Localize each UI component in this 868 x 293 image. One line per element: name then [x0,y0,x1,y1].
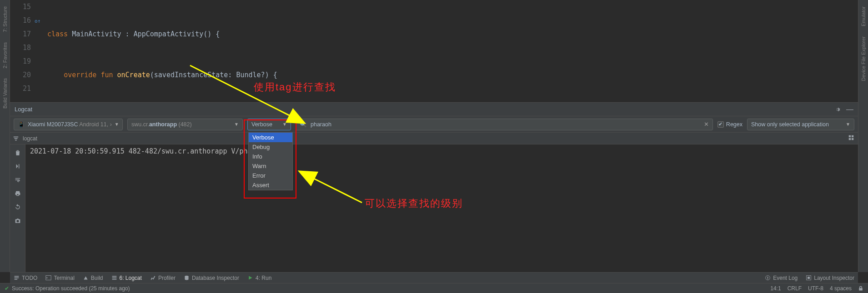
log-level-option[interactable]: Info [249,152,292,161]
run-tab[interactable]: 4: Run [247,275,271,281]
left-toolbar: 7: Structure 2: Favorites Build Variants [0,0,10,272]
event-log-tab[interactable]: Event Log [765,275,798,281]
line-number: 19 [10,55,31,68]
chevron-down-icon: ▼ [282,122,287,127]
code-line[interactable]: class MainActivity : AppCompatActivity()… [45,27,858,41]
favorites-tab[interactable]: 2: Favorites [1,40,9,71]
log-level-dropdown[interactable]: Verbose Debug Info Warn Error Assert [248,132,293,190]
svg-rect-5 [849,138,851,140]
chevron-down-icon: ▼ [234,122,239,127]
line-number: 15 [10,0,31,14]
filter-selector[interactable]: Show only selected application ▼ [747,119,854,130]
line-number: 18 [10,41,31,55]
log-level-option[interactable]: Warn [249,161,292,171]
camera-icon[interactable] [14,217,21,224]
code-editor[interactable]: 15 16 17 18 19 20 21 o↑ class MainActivi… [10,0,858,102]
log-level-option[interactable]: Assert [249,180,292,190]
svg-rect-15 [112,279,116,280]
logcat-header: Logcat — [10,103,858,116]
logcat-panel: Logcat — 📱 Xiaomi M2007J3SC Android 11, … [10,102,858,272]
logcat-tab[interactable]: logcat [23,135,37,142]
todo-tab[interactable]: TODO [14,275,37,281]
svg-rect-4 [852,135,853,137]
caret-position[interactable]: 14:1 [770,285,781,292]
log-level-option[interactable]: Debug [249,142,292,152]
scroll-end-icon[interactable] [14,163,21,170]
line-number: 20 [10,68,31,82]
svg-rect-10 [15,278,19,278]
logcat-tab[interactable]: 6: Logcat [111,275,142,281]
emulator-tab[interactable]: Emulator [860,4,867,29]
line-number: 17 [10,27,31,41]
print-icon[interactable] [14,190,21,197]
layout-inspector-tab[interactable]: Layout Inspector [806,275,854,281]
chevron-down-icon: ▼ [115,122,119,127]
svg-rect-21 [808,277,810,279]
terminal-tab[interactable]: Terminal [45,275,74,281]
structure-tab[interactable]: 7: Structure [1,4,9,35]
chevron-down-icon: ▼ [846,122,850,127]
line-number: 16 [10,14,31,27]
lock-icon[interactable] [858,286,863,291]
logcat-toolbar: 📱 Xiaomi M2007J3SC Android 11, › ▼ swu.c… [10,116,858,133]
filter-icon[interactable] [13,135,19,142]
gear-icon[interactable] [834,106,841,113]
process-selector[interactable]: swu.cr.anthorapp (482) ▼ [127,119,243,130]
layout-icon[interactable] [848,134,854,141]
regex-checkbox[interactable]: ✔Regex [717,121,743,128]
trash-icon[interactable] [14,149,21,156]
build-variants-tab[interactable]: Build Variants [1,75,9,111]
svg-rect-2 [15,139,17,140]
search-icon: 🔍 [300,121,307,128]
logcat-side-toolbar [10,144,25,272]
logcat-body: 2021-07-18 20:50:59.915 482-482/swu.cr.a… [10,144,858,272]
indent-setting[interactable]: 4 spaces [830,285,852,292]
line-separator[interactable]: CRLF [788,285,802,292]
clear-search-icon[interactable]: ✕ [704,121,709,128]
restart-icon[interactable] [14,204,21,211]
phone-icon: 📱 [18,121,25,128]
logcat-title: Logcat [15,106,32,113]
svg-rect-19 [768,278,768,279]
svg-rect-18 [768,277,768,278]
svg-rect-0 [14,136,19,137]
code-line[interactable]: override fun onCreate(savedInstanceState… [45,68,858,82]
database-inspector-tab[interactable]: Database Inspector [184,275,239,281]
bottom-toolbar: TODO Terminal Build 6: Logcat Profiler D… [10,272,858,283]
log-level-option[interactable]: Verbose [249,133,292,142]
status-message: Success: Operation succeeded (25 minutes… [12,285,130,292]
device-selector[interactable]: 📱 Xiaomi M2007J3SC Android 11, › ▼ [14,119,123,130]
log-level-selector[interactable]: Verbose ▼ [247,119,291,130]
success-icon: ✔ [5,285,9,292]
log-level-option[interactable]: Error [249,171,292,180]
svg-rect-3 [849,135,851,137]
svg-rect-11 [15,279,18,280]
line-number: 21 [10,82,31,95]
log-search-field[interactable]: 🔍 ✕ [296,119,713,130]
svg-rect-6 [852,138,853,140]
override-icon[interactable]: o↑ [35,15,40,28]
logcat-tabbar: logcat [10,133,858,144]
status-bar: ✔ Success: Operation succeeded (25 minut… [0,283,868,293]
svg-rect-13 [112,276,116,277]
file-encoding[interactable]: UTF-8 [808,285,823,292]
log-search-input[interactable] [310,121,701,128]
editor-code[interactable]: class MainActivity : AppCompatActivity()… [45,0,858,102]
log-output[interactable]: 2021-07-18 20:50:59.915 482-482/swu.cr.a… [25,144,858,272]
build-tab[interactable]: Build [83,275,103,281]
profiler-tab[interactable]: Profiler [150,275,176,281]
device-file-explorer-tab[interactable]: Device File Explorer [860,34,867,84]
right-toolbar: Emulator Device File Explorer [858,0,868,272]
svg-rect-14 [112,278,116,278]
soft-wrap-icon[interactable] [14,176,21,184]
minimize-icon[interactable]: — [846,105,853,114]
svg-rect-9 [15,276,19,277]
svg-rect-1 [15,138,18,139]
